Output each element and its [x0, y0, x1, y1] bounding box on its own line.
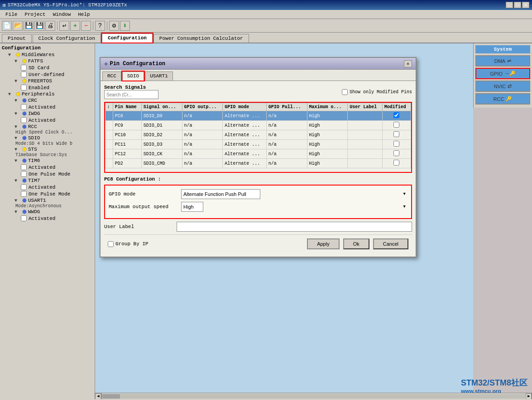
crc-activated-item[interactable]: Activated — [2, 104, 93, 110]
dialog-tab-usart1[interactable]: USART1 — [145, 71, 173, 81]
gpio-mode-select[interactable]: Alternate Function Push Pull Alternate F… — [181, 189, 260, 199]
tab-configuration[interactable]: Configuration — [102, 33, 153, 43]
tree-freertos[interactable]: ▼ FREERTOS — [2, 78, 93, 84]
col-max-speed[interactable]: Maximum o... — [307, 103, 348, 111]
col-signal[interactable]: Signal on... — [141, 103, 182, 111]
col-gpio-pull[interactable]: GPIO Pull... — [266, 103, 307, 111]
scroll-right-button[interactable]: ▶ — [526, 393, 532, 400]
table-row[interactable]: PC12 SDIO_CK n/a Alternate ... n/a High — [105, 149, 411, 159]
tim7-activated-item[interactable]: Activated — [2, 184, 93, 190]
row-modified[interactable] — [382, 159, 411, 168]
tab-clock[interactable]: Clock Configuration — [33, 34, 101, 43]
tim7-pulse-item[interactable]: One Pulse Mode — [2, 190, 93, 197]
remove-button[interactable]: − — [81, 21, 91, 31]
user-defined-item[interactable]: User-defined — [2, 71, 93, 78]
tree-wwdg[interactable]: ▼ WWDG — [2, 209, 93, 215]
dialog-tab-rcc[interactable]: RCC — [102, 71, 121, 81]
tim6-activated-item[interactable]: Activated — [2, 164, 93, 171]
tree-rcc[interactable]: ▼ RCC — [2, 124, 93, 130]
table-row[interactable]: PC8 SDIO_D0 n/a Alternate ... n/a High — [105, 111, 411, 121]
sd-card-item[interactable]: SD Card — [2, 64, 93, 71]
col-gpio-out[interactable]: GPIO outp... — [182, 103, 223, 111]
row-modified[interactable] — [382, 111, 411, 121]
menu-window[interactable]: Window — [49, 11, 75, 18]
rcc-sys-button[interactable]: RCC 🔑 — [475, 93, 530, 105]
table-row[interactable]: PD2 SDIO_CMD n/a Alternate ... n/a High — [105, 159, 411, 168]
enabled-checkbox[interactable] — [21, 85, 27, 90]
tree-middlewares[interactable]: ▼ MiddleWares — [2, 52, 93, 58]
cancel-button[interactable]: Cancel — [373, 238, 408, 249]
print-button[interactable]: 🖨 — [45, 21, 55, 31]
max-speed-select[interactable]: Low High — [181, 202, 203, 212]
tree-tim7[interactable]: ▼ TIM7 — [2, 177, 93, 184]
search-input[interactable] — [104, 90, 158, 99]
new-button[interactable]: 📄 — [2, 21, 12, 31]
user-label-input[interactable] — [177, 222, 412, 232]
enabled-item[interactable]: Enabled — [2, 84, 93, 91]
close-button[interactable]: ✕ — [522, 2, 529, 8]
crc-activated-checkbox[interactable] — [21, 104, 27, 110]
gpio-button[interactable]: GPIO →🔑 — [475, 68, 530, 79]
add-button[interactable]: + — [70, 21, 80, 31]
nvic-button[interactable]: NVIC ⇄ — [475, 81, 530, 92]
maximize-button[interactable]: □ — [514, 2, 521, 8]
tab-pinout[interactable]: Pinout — [2, 34, 32, 43]
open-button[interactable]: 📂 — [13, 21, 23, 31]
iwdg-activated-checkbox[interactable] — [21, 117, 27, 123]
minimize-button[interactable]: _ — [506, 2, 513, 8]
help-button[interactable]: ? — [95, 21, 105, 31]
col-pin-name[interactable]: Pin Name — [113, 103, 141, 111]
h-scrollbar[interactable]: ◀ ▶ — [95, 393, 532, 399]
save-button[interactable]: 💾 — [24, 21, 34, 31]
sd-card-checkbox[interactable] — [21, 65, 27, 71]
undo-button[interactable]: ↩ — [59, 21, 69, 31]
menu-project[interactable]: Project — [21, 11, 49, 18]
apply-button[interactable]: Apply — [307, 238, 340, 249]
col-user-label[interactable]: User Label — [348, 103, 382, 111]
tree-sts[interactable]: ▼ STS — [2, 146, 93, 152]
tree-crc[interactable]: ▼ CRC — [2, 97, 93, 104]
menu-file[interactable]: File — [2, 11, 21, 18]
download-button[interactable]: ⬇ — [120, 21, 130, 31]
dialog-tab-sdio[interactable]: SDIO — [122, 71, 144, 81]
wwdg-activated-checkbox[interactable] — [21, 215, 27, 221]
col-modified[interactable]: Modified — [382, 103, 411, 111]
tree-tim6[interactable]: ▼ TIM6 — [2, 157, 93, 164]
dialog-close-button[interactable]: ✕ — [404, 60, 412, 67]
table-row[interactable]: PC11 SDIO_D3 n/a Alternate ... n/a High — [105, 140, 411, 149]
menu-help[interactable]: Help — [74, 11, 93, 18]
wwdg-activated-item[interactable]: Activated — [2, 215, 93, 222]
tim6-activated-checkbox[interactable] — [21, 164, 27, 170]
rcc-sys-icon: 🔑 — [506, 96, 512, 102]
tim6-pulse-item[interactable]: One Pulse Mode — [2, 171, 93, 177]
tim7-activated-checkbox[interactable] — [21, 184, 27, 190]
tree-iwdg[interactable]: ▼ IWDG — [2, 110, 93, 117]
tree-sdio[interactable]: ▼ SDIO — [2, 135, 93, 141]
scroll-thumb[interactable] — [102, 394, 120, 399]
gear-button[interactable]: ⚙ — [109, 21, 119, 31]
user-defined-checkbox[interactable] — [21, 71, 27, 77]
scroll-left-button[interactable]: ◀ — [95, 393, 101, 400]
tree-fatfs[interactable]: ▼ FATFS — [2, 58, 93, 64]
iwdg-activated-item[interactable]: Activated — [2, 117, 93, 124]
col-gpio-mode[interactable]: GPIO mode — [223, 103, 266, 111]
col-arrow[interactable]: ↕ — [105, 103, 113, 111]
group-by-ip-checkbox[interactable] — [108, 241, 114, 247]
tim6-pulse-checkbox[interactable] — [21, 171, 27, 177]
save-as-button[interactable]: 💾 — [34, 21, 44, 31]
tree-peripherals[interactable]: ▼ Peripherals — [2, 91, 93, 97]
ok-button[interactable]: Ok — [343, 238, 369, 249]
row-modified[interactable] — [382, 121, 411, 130]
row-modified[interactable] — [382, 149, 411, 159]
table-row[interactable]: PC9 SDIO_D1 n/a Alternate ... n/a High — [105, 121, 411, 130]
tim7-pulse-checkbox[interactable] — [21, 191, 27, 197]
dma-button[interactable]: DMA ⇌ — [475, 55, 530, 67]
tree-usart1[interactable]: ▼ USART1 — [2, 197, 93, 204]
tab-power[interactable]: Power Consumption Calculator — [153, 34, 249, 43]
row-modified[interactable] — [382, 140, 411, 149]
row-modified[interactable] — [382, 130, 411, 140]
table-row[interactable]: PC10 SDIO_D2 n/a Alternate ... n/a High — [105, 130, 411, 140]
show-modified-checkbox[interactable] — [342, 89, 348, 95]
row-max-speed: High — [307, 149, 348, 159]
scroll-track[interactable] — [102, 394, 525, 399]
